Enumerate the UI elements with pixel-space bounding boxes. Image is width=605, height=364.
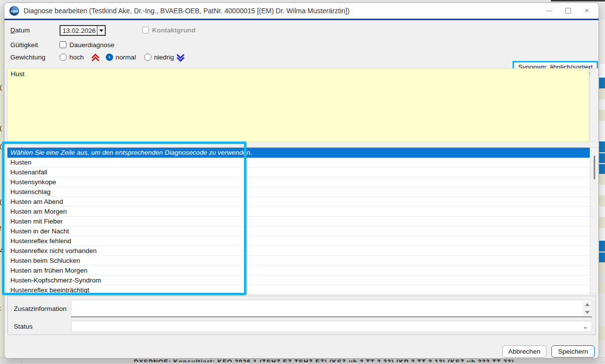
priority-low-chevron-icon bbox=[176, 53, 185, 62]
niedrig-label: niedrig bbox=[154, 54, 174, 61]
kontaktgrund-label: Kontaktgrund bbox=[152, 27, 196, 34]
hoch-label: hoch bbox=[69, 54, 84, 61]
spin-down-icon[interactable] bbox=[585, 311, 590, 314]
cancel-button[interactable]: Abbrechen bbox=[502, 345, 546, 358]
scrollbar-thumb[interactable] bbox=[594, 156, 595, 179]
suggestion-list-header-row[interactable]: Wählen Sie eine Zeile aus, um den entspr… bbox=[7, 148, 590, 158]
list-item[interactable]: Husten bbox=[7, 158, 590, 168]
background-row-fragment bbox=[599, 273, 605, 283]
status-label: Status bbox=[14, 323, 32, 330]
background-row-fragment bbox=[599, 174, 605, 185]
save-button[interactable]: Speichern bbox=[551, 345, 595, 358]
radio-icon bbox=[60, 54, 67, 61]
background-row-fragment bbox=[599, 78, 605, 88]
gewichtung-label: Gewichtung bbox=[10, 54, 45, 61]
list-item[interactable]: Hustenreflex nicht vorhanden bbox=[7, 246, 590, 256]
background-row-fragment bbox=[599, 294, 605, 326]
suggestion-list: Wählen Sie eine Zeile aus, um den entspr… bbox=[7, 147, 590, 294]
background-row-fragment bbox=[599, 99, 605, 110]
list-item[interactable]: Hustensynkope bbox=[7, 177, 590, 187]
background-row-fragment bbox=[599, 262, 605, 273]
spinner[interactable] bbox=[583, 301, 591, 316]
background-row-fragment bbox=[599, 88, 605, 99]
scroll-up-icon[interactable] bbox=[592, 71, 597, 76]
radio-checked-icon bbox=[106, 54, 113, 61]
background-row-line bbox=[0, 362, 605, 363]
diagnose-bearbeiten-dialog: cgm Diagnose bearbeiten (Testkind Ake, D… bbox=[4, 2, 599, 359]
dauerdiagnose-label: Dauerdiagnose bbox=[69, 41, 115, 49]
suggestion-list-scrollbar[interactable] bbox=[590, 147, 599, 294]
background-right-strip bbox=[599, 0, 605, 364]
details-panel: Zusatzinformation Status ⌄ bbox=[7, 296, 596, 335]
datum-label: Datum bbox=[10, 27, 30, 34]
background-row-fragment bbox=[599, 1, 605, 20]
list-item[interactable]: Hustenanfall bbox=[7, 168, 590, 177]
title-bar: cgm Diagnose bearbeiten (Testkind Ake, D… bbox=[4, 3, 599, 19]
radio-icon bbox=[144, 54, 151, 61]
list-item[interactable]: Husten am frühen Morgen bbox=[7, 266, 590, 276]
spin-up-icon[interactable] bbox=[585, 303, 590, 306]
list-item[interactable]: Husten mit Fieber bbox=[7, 217, 590, 226]
list-item[interactable]: Hustenreflex fehlend bbox=[7, 236, 590, 246]
status-dropdown[interactable]: ⌄ bbox=[71, 321, 592, 332]
diagnose-text-input[interactable]: Hust bbox=[7, 68, 589, 142]
background-row-fragment bbox=[599, 164, 605, 174]
background-row-fragment bbox=[599, 141, 605, 152]
background-row-fragment bbox=[599, 228, 605, 241]
close-button[interactable]: × bbox=[584, 8, 590, 14]
background-row-fragment bbox=[599, 64, 605, 78]
background-row-fragment bbox=[599, 206, 605, 217]
list-item[interactable]: Husten-Kopfschmerz-Syndrom bbox=[7, 276, 590, 285]
minimize-button[interactable] bbox=[546, 8, 552, 14]
kontaktgrund-checkbox[interactable]: Kontaktgrund bbox=[142, 27, 196, 34]
gewichtung-niedrig-radio[interactable]: niedrig bbox=[144, 54, 174, 61]
dauerdiagnose-checkbox[interactable]: Dauerdiagnose bbox=[60, 41, 115, 49]
datum-value: 13.02.2026 bbox=[60, 27, 97, 34]
background-row-fragment bbox=[599, 110, 605, 121]
list-item[interactable]: Husten am Morgen bbox=[7, 207, 590, 217]
list-item[interactable]: Husten am Abend bbox=[7, 197, 590, 207]
datum-combobox[interactable]: 13.02.2026 bbox=[60, 25, 106, 36]
gewichtung-hoch-radio[interactable]: hoch bbox=[60, 54, 84, 61]
background-row-fragment bbox=[599, 217, 605, 228]
background-row-fragment bbox=[599, 252, 605, 262]
checkbox-icon bbox=[60, 41, 66, 48]
list-item[interactable]: Hustenschlag bbox=[7, 187, 590, 197]
chevron-down-icon[interactable] bbox=[97, 26, 105, 35]
background-row-fragment bbox=[599, 185, 605, 196]
background-row-fragment bbox=[599, 153, 605, 163]
background-row-fragment bbox=[599, 241, 605, 252]
window-title: Diagnose bearbeiten (Testkind Ake, Dr.-I… bbox=[24, 7, 546, 15]
background-top-edge bbox=[551, 0, 605, 1]
chevron-down-icon: ⌄ bbox=[579, 323, 592, 330]
list-item[interactable]: Hustenreflex beeinträchtigt bbox=[7, 285, 590, 294]
priority-high-chevron-icon bbox=[91, 53, 100, 62]
maximize-button[interactable] bbox=[565, 8, 571, 14]
background-row-fragment bbox=[599, 326, 605, 340]
background-row-fragment bbox=[599, 121, 605, 141]
list-item[interactable]: Husten beim Schlucken bbox=[7, 256, 590, 266]
gueltigkeit-label: Gültigkeit bbox=[10, 41, 38, 49]
editor-scrollbar[interactable] bbox=[590, 68, 599, 142]
list-item[interactable]: Husten in der Nacht bbox=[7, 226, 590, 236]
background-row-fragment bbox=[599, 20, 605, 64]
gewichtung-normal-radio[interactable]: normal bbox=[106, 54, 136, 61]
background-row-fragment bbox=[599, 283, 605, 294]
normal-label: normal bbox=[116, 54, 136, 61]
cgm-logo-icon: cgm bbox=[9, 6, 19, 16]
checkbox-icon bbox=[142, 27, 149, 33]
clipped-background-text: DYSPNOE: Konsultiert: KFO 2026 1 (TSHZ.E… bbox=[134, 358, 514, 362]
zusatzinformation-input[interactable] bbox=[71, 300, 592, 317]
zusatzinformation-label: Zusatzinformation bbox=[14, 305, 66, 312]
scroll-down-icon[interactable] bbox=[592, 134, 597, 139]
background-row-fragment bbox=[599, 196, 605, 206]
